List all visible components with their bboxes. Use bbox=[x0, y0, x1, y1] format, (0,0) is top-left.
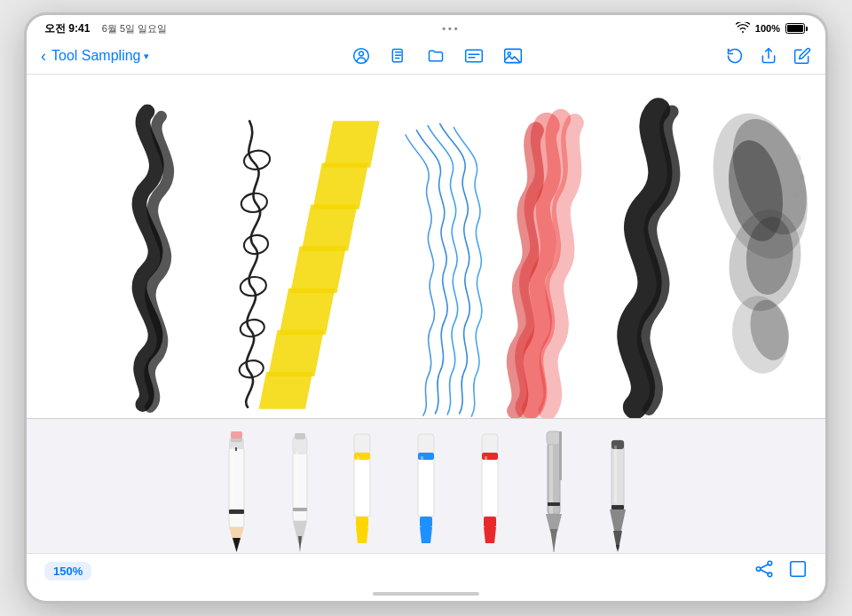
edit-icon[interactable] bbox=[793, 47, 811, 65]
nodes-icon[interactable] bbox=[754, 559, 774, 583]
svg-rect-59 bbox=[421, 456, 423, 514]
stroke-black-brush bbox=[139, 112, 169, 407]
svg-rect-32 bbox=[229, 447, 244, 527]
date-label: 6월 5일 일요일 bbox=[102, 23, 167, 34]
tool-fineliner[interactable] bbox=[283, 421, 317, 552]
svg-rect-50 bbox=[354, 453, 370, 460]
svg-rect-48 bbox=[354, 434, 370, 454]
stroke-black-calligraphy bbox=[629, 110, 674, 409]
tool-brush[interactable] bbox=[599, 421, 636, 552]
svg-rect-49 bbox=[354, 453, 370, 517]
svg-rect-53 bbox=[357, 456, 359, 514]
svg-marker-16 bbox=[290, 247, 346, 293]
stroke-red-brush bbox=[515, 119, 574, 411]
wifi-icon bbox=[736, 22, 750, 36]
drawing-canvas[interactable] bbox=[27, 75, 825, 418]
svg-rect-63 bbox=[484, 517, 496, 527]
svg-point-30 bbox=[802, 217, 807, 221]
svg-marker-58 bbox=[420, 527, 432, 543]
svg-marker-14 bbox=[312, 163, 368, 209]
svg-marker-77 bbox=[610, 509, 626, 534]
svg-rect-84 bbox=[791, 562, 806, 577]
pages-icon[interactable] bbox=[390, 47, 407, 65]
svg-rect-47 bbox=[296, 452, 298, 505]
svg-rect-65 bbox=[485, 456, 487, 514]
card-icon[interactable] bbox=[464, 48, 484, 64]
svg-rect-62 bbox=[482, 453, 498, 460]
status-bar: 오전 9:41 6월 5일 일요일 ••• 100% bbox=[27, 15, 825, 40]
zoom-label[interactable]: 150% bbox=[44, 562, 91, 580]
svg-rect-80 bbox=[614, 446, 617, 503]
svg-point-31 bbox=[797, 230, 802, 235]
svg-rect-74 bbox=[611, 440, 624, 516]
svg-marker-43 bbox=[298, 536, 302, 552]
svg-marker-15 bbox=[302, 205, 358, 251]
tool-fountain-pen[interactable] bbox=[535, 421, 572, 552]
back-chevron-icon: ‹ bbox=[41, 47, 46, 66]
svg-point-9 bbox=[242, 233, 269, 256]
svg-marker-19 bbox=[259, 372, 313, 409]
svg-rect-45 bbox=[295, 433, 305, 439]
svg-rect-57 bbox=[420, 517, 432, 527]
svg-rect-54 bbox=[418, 434, 434, 454]
status-dots: ••• bbox=[442, 23, 461, 34]
profile-icon[interactable] bbox=[352, 47, 370, 65]
svg-rect-3 bbox=[465, 50, 482, 62]
svg-rect-51 bbox=[356, 517, 368, 527]
svg-rect-72 bbox=[559, 431, 562, 480]
photo-icon[interactable] bbox=[503, 47, 523, 65]
svg-marker-18 bbox=[268, 330, 324, 376]
svg-rect-71 bbox=[547, 431, 561, 445]
chevron-down-icon: ▾ bbox=[144, 51, 149, 62]
svg-point-29 bbox=[793, 193, 799, 199]
svg-marker-64 bbox=[484, 527, 496, 543]
undo-icon[interactable] bbox=[726, 47, 744, 65]
battery-icon bbox=[785, 23, 808, 34]
svg-marker-13 bbox=[324, 121, 380, 167]
svg-rect-56 bbox=[418, 453, 434, 460]
tool-marker-red[interactable] bbox=[471, 421, 509, 552]
svg-rect-46 bbox=[293, 508, 307, 511]
stroke-black-loopy bbox=[238, 121, 272, 407]
svg-point-28 bbox=[800, 174, 805, 179]
svg-rect-60 bbox=[482, 434, 498, 454]
time-label: 오전 9:41 bbox=[44, 22, 90, 35]
stroke-charcoal bbox=[698, 103, 823, 377]
svg-rect-40 bbox=[235, 447, 237, 451]
svg-rect-38 bbox=[229, 509, 244, 514]
svg-rect-73 bbox=[548, 502, 560, 506]
title-text: Tool Sampling bbox=[51, 48, 141, 64]
svg-marker-17 bbox=[280, 288, 335, 335]
back-button[interactable]: ‹ bbox=[41, 47, 46, 66]
tools-panel bbox=[27, 418, 825, 553]
svg-rect-39 bbox=[232, 447, 235, 509]
svg-point-5 bbox=[508, 52, 510, 55]
layout-icon[interactable] bbox=[788, 559, 808, 583]
stroke-yellow-marker bbox=[259, 121, 380, 408]
tool-marker-blue[interactable] bbox=[407, 421, 445, 552]
svg-rect-76 bbox=[611, 505, 624, 509]
tool-marker-yellow[interactable] bbox=[343, 421, 381, 552]
document-title[interactable]: Tool Sampling ▾ bbox=[51, 48, 149, 64]
svg-marker-79 bbox=[616, 545, 619, 552]
stroke-blue-hatching bbox=[406, 124, 482, 417]
tool-pencil[interactable] bbox=[217, 421, 256, 552]
device-frame: 오전 9:41 6월 5일 일요일 ••• 100% bbox=[27, 15, 825, 601]
svg-point-10 bbox=[239, 275, 267, 298]
svg-rect-55 bbox=[418, 453, 434, 517]
toolbar-right bbox=[726, 47, 811, 65]
svg-point-1 bbox=[359, 51, 363, 56]
battery-label: 100% bbox=[755, 23, 780, 34]
svg-marker-34 bbox=[233, 538, 241, 552]
share-icon[interactable] bbox=[760, 47, 777, 65]
svg-rect-75 bbox=[611, 440, 624, 449]
status-time: 오전 9:41 6월 5일 일요일 bbox=[44, 21, 167, 36]
svg-point-81 bbox=[756, 567, 761, 572]
bottom-right bbox=[754, 559, 808, 583]
folder-icon[interactable] bbox=[427, 47, 445, 65]
svg-rect-37 bbox=[231, 431, 242, 438]
home-indicator bbox=[373, 592, 479, 596]
bottom-bar: 150% bbox=[27, 553, 825, 588]
svg-rect-61 bbox=[482, 453, 498, 517]
svg-point-27 bbox=[793, 154, 801, 162]
